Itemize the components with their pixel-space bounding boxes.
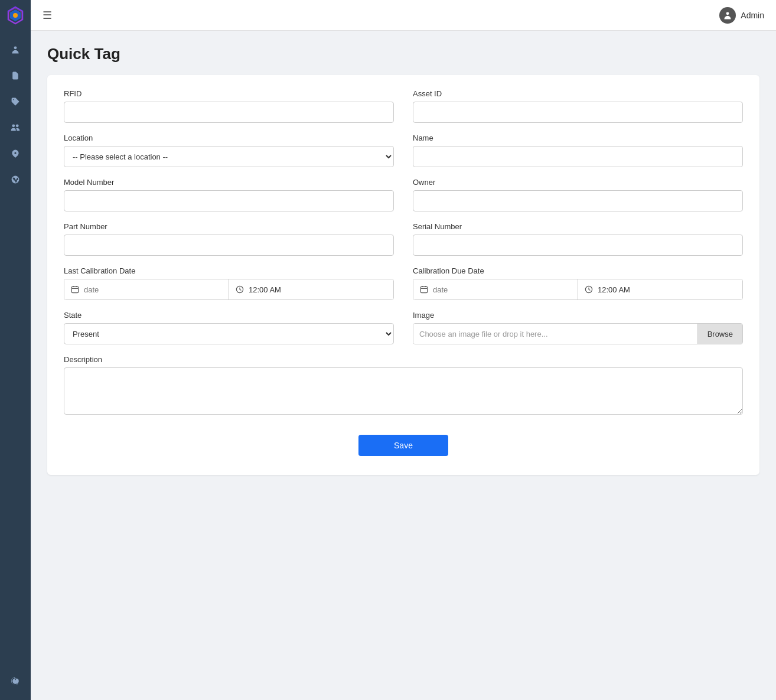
last-calibration-time-picker[interactable]: 12:00 AM: [229, 279, 393, 299]
calendar-due-icon: [419, 285, 429, 294]
last-calibration-datetime: date 12:00 AM: [64, 279, 394, 300]
sidebar-nav: [4, 31, 27, 662]
clock-icon: [235, 285, 244, 294]
form-card: RFID Asset ID Location -- Please select …: [47, 75, 759, 475]
save-button[interactable]: Save: [358, 435, 448, 456]
asset-id-label: Asset ID: [413, 89, 743, 98]
asset-id-input[interactable]: [413, 102, 743, 123]
location-group: Location -- Please select a location --: [64, 134, 394, 167]
sidebar-item-power[interactable]: [4, 669, 27, 693]
calibration-due-time-picker[interactable]: 12:00 AM: [578, 279, 742, 299]
last-calibration-time-text: 12:00 AM: [249, 285, 281, 294]
image-label: Image: [413, 311, 743, 320]
state-group: State Present Missing Maintenance: [64, 311, 394, 344]
calendar-icon: [70, 285, 80, 294]
serial-number-group: Serial Number: [413, 222, 743, 256]
part-number-input[interactable]: [64, 235, 394, 256]
last-calibration-group: Last Calibration Date date 12:00 AM: [64, 266, 394, 300]
calibration-due-date-picker[interactable]: date: [413, 279, 578, 299]
model-number-label: Model Number: [64, 178, 394, 187]
sidebar-item-tags[interactable]: [4, 90, 27, 113]
image-upload-container: Choose an image file or drop it here... …: [413, 323, 743, 344]
user-name: Admin: [741, 11, 764, 20]
location-select[interactable]: -- Please select a location --: [64, 146, 394, 167]
page-content: Quick Tag RFID Asset ID Location -- Plea…: [31, 31, 776, 700]
sidebar: [0, 0, 31, 700]
sidebar-item-people[interactable]: [4, 116, 27, 139]
hamburger-icon[interactable]: ☰: [43, 9, 52, 22]
svg-rect-9: [420, 286, 427, 292]
last-calibration-date-text: date: [84, 285, 99, 294]
sidebar-item-dashboard[interactable]: [4, 38, 27, 61]
owner-group: Owner: [413, 178, 743, 211]
last-calibration-label: Last Calibration Date: [64, 266, 394, 275]
calibration-due-time-text: 12:00 AM: [598, 285, 630, 294]
app-logo[interactable]: [0, 0, 31, 31]
state-select[interactable]: Present Missing Maintenance: [64, 323, 394, 344]
owner-label: Owner: [413, 178, 743, 187]
owner-input[interactable]: [413, 190, 743, 211]
model-number-group: Model Number: [64, 178, 394, 211]
calibration-due-datetime: date 12:00 AM: [413, 279, 743, 300]
calibration-due-label: Calibration Due Date: [413, 266, 743, 275]
calibration-due-date-text: date: [433, 285, 448, 294]
sidebar-item-pin[interactable]: [4, 142, 27, 165]
model-number-input[interactable]: [64, 190, 394, 211]
page-title: Quick Tag: [47, 45, 759, 63]
svg-point-2: [13, 13, 18, 18]
location-label: Location: [64, 134, 394, 142]
sidebar-bottom: [4, 662, 27, 700]
rfid-input[interactable]: [64, 102, 394, 123]
svg-rect-4: [71, 286, 78, 292]
calibration-due-group: Calibration Due Date date 12:00 AM: [413, 266, 743, 300]
description-group: Description: [64, 355, 743, 415]
sidebar-item-globe[interactable]: [4, 168, 27, 191]
name-input[interactable]: [413, 146, 743, 167]
part-number-group: Part Number: [64, 222, 394, 256]
main-wrapper: ☰ Admin Quick Tag RFID Asset ID: [31, 0, 776, 700]
browse-button[interactable]: Browse: [697, 324, 742, 344]
serial-number-label: Serial Number: [413, 222, 743, 231]
rfid-label: RFID: [64, 89, 394, 98]
serial-number-input[interactable]: [413, 235, 743, 256]
part-number-label: Part Number: [64, 222, 394, 231]
topbar-right: Admin: [719, 7, 764, 24]
topbar-left: ☰: [43, 9, 52, 22]
description-label: Description: [64, 355, 743, 364]
description-input[interactable]: [64, 367, 743, 415]
rfid-group: RFID: [64, 89, 394, 123]
user-avatar: [719, 7, 736, 24]
asset-id-group: Asset ID: [413, 89, 743, 123]
sidebar-item-documents[interactable]: [4, 64, 27, 87]
last-calibration-date-picker[interactable]: date: [64, 279, 229, 299]
form-grid: RFID Asset ID Location -- Please select …: [64, 89, 743, 456]
image-group: Image Choose an image file or drop it he…: [413, 311, 743, 344]
topbar: ☰ Admin: [31, 0, 776, 31]
name-label: Name: [413, 134, 743, 142]
state-label: State: [64, 311, 394, 320]
image-upload-placeholder: Choose an image file or drop it here...: [413, 324, 697, 344]
save-area: Save: [64, 435, 743, 456]
clock-due-icon: [584, 285, 594, 294]
name-group: Name: [413, 134, 743, 167]
